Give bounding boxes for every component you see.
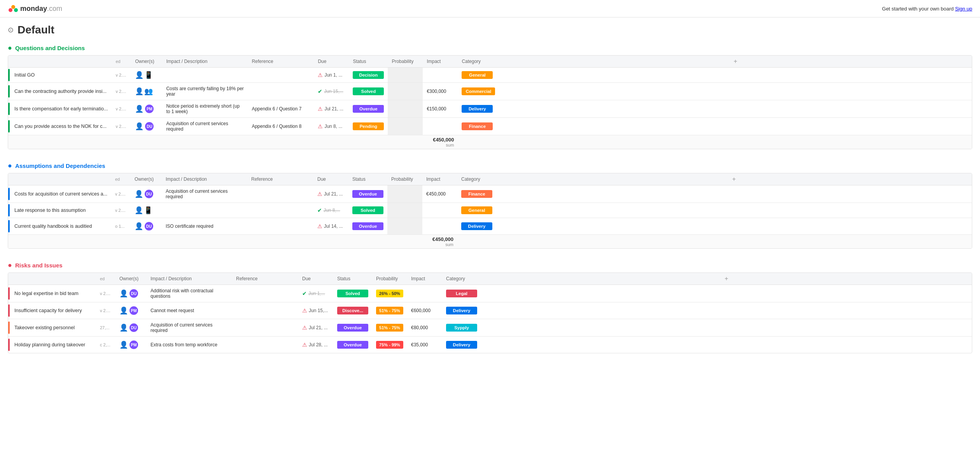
section-toggle-risks[interactable]: ● — [8, 261, 12, 269]
table-row: Takeover existing personnel 27,... 👤DU A… — [8, 319, 972, 337]
avatar: PM — [129, 340, 139, 350]
status-badge: Pending — [353, 122, 384, 130]
col-status-header: Status — [348, 173, 387, 185]
logo-icon — [8, 3, 19, 14]
category-badge: General — [462, 71, 493, 79]
category-badge: General — [461, 206, 492, 214]
row-item-name[interactable]: Late response to this assumption — [14, 208, 86, 213]
add-col-button[interactable]: + — [496, 173, 972, 185]
section-title-risks: Risks and Issues — [15, 262, 63, 269]
category-badge: Delivery — [446, 341, 477, 349]
due-icon: ⚠ — [318, 106, 323, 112]
col-owner-header: Owner(s) — [131, 173, 162, 185]
col-due-header: Due — [314, 56, 349, 68]
col-prob-header: Probability — [387, 173, 422, 185]
category-badge: Finance — [462, 122, 493, 130]
status-badge: Discove... — [337, 307, 368, 314]
avatar: DU — [144, 121, 154, 131]
status-badge: Overdue — [353, 105, 384, 113]
avatar: DU — [144, 189, 154, 199]
table-row: Late response to this assumption v 2....… — [8, 203, 972, 218]
col-ref-header: Reference — [232, 273, 298, 285]
row-item-name[interactable]: Initial GO — [14, 72, 35, 78]
table-row: Insufficient capacity for delivery v 2..… — [8, 302, 972, 319]
category-badge: Legal — [446, 290, 477, 297]
col-name-header — [10, 173, 111, 185]
logo: monday.com — [8, 3, 62, 14]
sum-row: €450,000sum — [8, 235, 972, 249]
category-badge: Delivery — [446, 307, 477, 314]
row-item-name[interactable]: Takeover existing personnel — [14, 325, 75, 330]
add-col-button[interactable]: + — [499, 56, 972, 68]
row-item-name[interactable]: Costs for acquisition of current service… — [14, 191, 107, 197]
owner-icon: 👤 — [135, 87, 144, 96]
owner-icon2: 📱 — [144, 206, 152, 215]
status-badge: Overdue — [352, 222, 383, 230]
prob-badge: 26% - 50% — [376, 290, 403, 297]
logo-text: monday.com — [20, 5, 62, 13]
row-item-name[interactable]: Insufficient capacity for delivery — [14, 308, 82, 313]
svg-point-2 — [14, 8, 18, 12]
table-row: Is there compensation for early terminat… — [8, 100, 972, 118]
col-ref-header: Reference — [247, 173, 313, 185]
avatar: PM — [129, 306, 139, 316]
signup-link[interactable]: Sign up — [955, 6, 972, 12]
svg-point-0 — [9, 8, 12, 12]
due-icon: ⚠ — [302, 325, 307, 331]
owner-icon: 👤 — [135, 122, 144, 131]
sum-row: €450,000sum — [8, 135, 972, 149]
category-badge: Finance — [461, 190, 492, 198]
section-risks: ● Risks and Issues ed Owner(s) Impact / … — [8, 261, 972, 353]
prob-badge: 51% - 75% — [376, 307, 403, 314]
owner-icon2: 👥 — [144, 87, 153, 96]
section-title-questions: Questions and Decisions — [15, 45, 85, 51]
category-badge: Delivery — [462, 105, 493, 113]
col-prob-header: Probability — [372, 273, 407, 285]
due-icon: ✔ — [318, 88, 322, 94]
header-cta: Get started with your own board Sign up — [882, 6, 972, 12]
due-icon: ⚠ — [317, 223, 322, 229]
status-badge: Overdue — [337, 341, 368, 349]
section-toggle-assumptions[interactable]: ● — [8, 162, 12, 170]
row-item-name[interactable]: Can you provide access to the NOK for c.… — [14, 124, 107, 129]
owner-icon: 👤 — [135, 105, 144, 113]
owner-icon: 👤 — [119, 306, 128, 315]
status-badge: Overdue — [337, 324, 368, 332]
row-item-name[interactable]: Holiday planning during takeover — [14, 342, 85, 347]
col-name-header — [10, 273, 96, 285]
section-toggle-questions[interactable]: ● — [8, 44, 12, 52]
col-impact-header: Impact / Description — [162, 56, 248, 68]
status-badge: Solved — [352, 206, 383, 214]
due-icon: ⚠ — [318, 72, 323, 78]
owner-icon: 👤 — [119, 323, 128, 332]
table-row: No legal expertise in bid team v 2.... 👤… — [8, 285, 972, 302]
table-row: Holiday planning during takeover c 2,...… — [8, 337, 972, 353]
share-icon[interactable]: ⊙ — [8, 26, 14, 34]
due-icon: ⚠ — [302, 342, 307, 348]
table-row: Can you provide access to the NOK for c.… — [8, 118, 972, 135]
category-badge: Sypply — [446, 324, 477, 332]
col-owner-header: Owner(s) — [131, 56, 162, 68]
col-status-header: Status — [349, 56, 388, 68]
col-cat-header: Category — [442, 273, 481, 285]
row-item-name[interactable]: Is there compensation for early terminat… — [14, 106, 108, 112]
due-icon: ⚠ — [317, 191, 322, 197]
owner-icon: 👤 — [119, 289, 128, 298]
row-item-name[interactable]: Can the contracting authority provide in… — [14, 89, 107, 94]
table-row: Can the contracting authority provide in… — [8, 83, 972, 100]
col-due-header: Due — [313, 173, 348, 185]
row-item-name[interactable]: No legal expertise in bid team — [14, 291, 79, 296]
col-impactval-header: Impact — [423, 56, 458, 68]
row-item-name[interactable]: Current quality handbook is auditied — [14, 224, 92, 229]
due-icon: ✔ — [302, 290, 307, 297]
add-col-button[interactable]: + — [481, 273, 972, 285]
col-ver-header: ed — [112, 56, 131, 68]
col-cat-header: Category — [458, 56, 499, 68]
table-row: Costs for acquisition of current service… — [8, 185, 972, 203]
col-ref-header: Reference — [248, 56, 314, 68]
category-badge: Commercial — [462, 87, 495, 95]
due-icon: ✔ — [317, 207, 322, 213]
prob-badge: 51% - 75% — [376, 324, 403, 332]
avatar: DU — [129, 323, 139, 333]
prob-badge: 75% - 99% — [376, 341, 403, 349]
